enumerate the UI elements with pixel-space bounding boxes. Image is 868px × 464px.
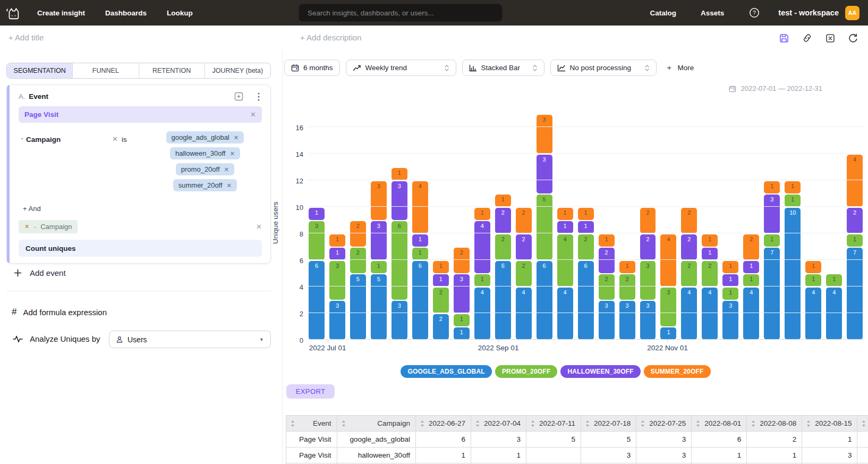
- bar-segment-summer_20off[interactable]: 1: [474, 208, 490, 220]
- bar-segment-promo_20off[interactable]: 2: [599, 274, 615, 300]
- bar-segment-google_ads_global[interactable]: 6: [537, 261, 552, 340]
- tab-segmentation[interactable]: SEGMENTATION: [7, 63, 72, 78]
- bar-segment-google_ads_global[interactable]: 4: [516, 288, 532, 340]
- bar-segment-summer_20off[interactable]: 2: [350, 221, 366, 247]
- filter-operator[interactable]: is: [122, 136, 127, 144]
- sort-icon[interactable]: [751, 420, 755, 427]
- bar-segment-google_ads_global[interactable]: 3: [329, 301, 345, 340]
- column-header-2022-08-01[interactable]: 2022-08-01: [692, 416, 747, 432]
- bar-segment-promo_20off[interactable]: 1: [805, 274, 821, 286]
- pending-filter-pill[interactable]: ✕ · Campaign: [19, 220, 78, 233]
- remove-pending-filter-icon[interactable]: ✕: [24, 223, 29, 230]
- export-button[interactable]: EXPORT: [286, 384, 335, 399]
- nav-item-create-insight[interactable]: Create insight: [37, 9, 85, 17]
- sort-icon[interactable]: [641, 420, 645, 427]
- bar-segment-summer_20off[interactable]: 1: [433, 261, 449, 273]
- bar-segment-google_ads_global[interactable]: 3: [640, 301, 656, 340]
- add-filter-icon[interactable]: [234, 92, 243, 101]
- bar-segment-google_ads_global[interactable]: 6: [412, 261, 428, 340]
- bar-segment-summer_20off[interactable]: 1: [599, 234, 615, 247]
- bar-segment-promo_20off[interactable]: 3: [309, 221, 325, 260]
- column-header-2022-08-22[interactable]: 2022-08-22: [857, 416, 868, 432]
- bar-segment-google_ads_global[interactable]: 4: [681, 288, 697, 340]
- legend-pill-promo_20off[interactable]: PROMO_20OFF: [495, 365, 558, 378]
- bar-segment-promo_20off[interactable]: 3: [329, 261, 345, 300]
- sort-icon[interactable]: [291, 420, 295, 427]
- bar-segment-halloween_30off[interactable]: 2: [847, 208, 863, 233]
- bar-segment-google_ads_global[interactable]: 3: [722, 301, 738, 340]
- bar-segment-summer_20off[interactable]: 4: [660, 234, 676, 286]
- bar-segment-summer_20off[interactable]: 1: [805, 261, 821, 273]
- bar-segment-promo_20off[interactable]: 2: [619, 274, 635, 300]
- bar-segment-google_ads_global[interactable]: 7: [764, 248, 780, 340]
- nav-item-lookup[interactable]: Lookup: [167, 9, 193, 17]
- remove-value-icon[interactable]: ✕: [227, 182, 232, 189]
- bar-segment-halloween_30off[interactable]: 3: [392, 181, 407, 220]
- bar-segment-summer_20off[interactable]: 1: [702, 234, 718, 247]
- post-processing-select[interactable]: No post processing: [550, 60, 657, 76]
- bar-segment-promo_20off[interactable]: 1: [847, 234, 863, 247]
- bar-segment-google_ads_global[interactable]: 7: [847, 248, 863, 340]
- kebab-menu-icon[interactable]: [256, 92, 262, 101]
- bar-segment-halloween_30off[interactable]: 3: [537, 155, 552, 193]
- column-header-2022-07-11[interactable]: 2022-07-11: [526, 416, 581, 432]
- bar-segment-promo_20off[interactable]: 4: [557, 234, 573, 286]
- bar-segment-promo_20off[interactable]: 3: [660, 288, 676, 326]
- legend-pill-halloween_30off[interactable]: HALLOWEEN_30OFF: [560, 365, 640, 378]
- bar-segment-google_ads_global[interactable]: 3: [599, 301, 615, 340]
- column-header-campaign[interactable]: Campaign: [337, 416, 415, 432]
- workspace-name[interactable]: test - workspace: [778, 9, 839, 17]
- filter-value-promo-20off[interactable]: promo_20off✕: [176, 163, 234, 175]
- bar-segment-halloween_30off[interactable]: 2: [640, 234, 656, 260]
- sort-icon[interactable]: [531, 420, 535, 427]
- legend-pill-google_ads_global[interactable]: GOOGLE_ADS_GLOBAL: [401, 365, 491, 378]
- bar-segment-google_ads_global[interactable]: 4: [826, 288, 842, 340]
- bar-segment-halloween_30off[interactable]: 3: [371, 221, 387, 260]
- bar-segment-halloween_30off[interactable]: 1: [722, 274, 738, 286]
- bar-segment-promo_20off[interactable]: 3: [640, 261, 656, 300]
- more-button[interactable]: ＋ More: [662, 63, 697, 73]
- bar-segment-summer_20off[interactable]: 1: [785, 181, 801, 193]
- sort-icon[interactable]: [862, 420, 866, 427]
- bar-segment-halloween_30off[interactable]: 3: [454, 274, 470, 313]
- bar-segment-google_ads_global[interactable]: 10: [785, 208, 801, 340]
- add-and-filter[interactable]: + And: [7, 203, 270, 213]
- bar-segment-promo_20off[interactable]: 1: [743, 274, 759, 286]
- tab-funnel[interactable]: FUNNEL: [72, 63, 138, 78]
- bar-segment-summer_20off[interactable]: 1: [557, 208, 573, 220]
- bar-segment-promo_20off[interactable]: 2: [433, 288, 449, 313]
- bar-segment-halloween_30off[interactable]: 2: [495, 208, 511, 233]
- trend-select[interactable]: Weekly trend: [346, 60, 456, 76]
- column-header-event[interactable]: Event: [286, 416, 337, 432]
- bar-segment-promo_20off[interactable]: 2: [516, 261, 532, 286]
- bar-segment-promo_20off[interactable]: 1: [371, 261, 387, 273]
- legend-pill-summer_20off[interactable]: SUMMER_20OFF: [644, 365, 711, 378]
- bar-segment-halloween_30off[interactable]: 1: [743, 261, 759, 273]
- filter-value-summer-20off[interactable]: summer_20off✕: [173, 179, 237, 191]
- bar-segment-summer_20off[interactable]: 1: [392, 168, 407, 180]
- bar-segment-google_ads_global[interactable]: 4: [805, 288, 821, 340]
- date-range-button[interactable]: 6 months: [284, 60, 340, 76]
- bar-segment-summer_20off[interactable]: 4: [847, 155, 863, 207]
- bar-segment-google_ads_global[interactable]: 1: [660, 327, 676, 340]
- save-icon[interactable]: [779, 33, 789, 44]
- remove-value-icon[interactable]: ✕: [229, 150, 235, 157]
- bar-segment-promo_20off[interactable]: 1: [722, 288, 738, 300]
- selected-event[interactable]: Page Visit ✕: [19, 106, 262, 123]
- column-header-2022-08-08[interactable]: 2022-08-08: [747, 416, 802, 432]
- refresh-icon[interactable]: [848, 33, 858, 44]
- bar-segment-halloween_30off[interactable]: 3: [764, 195, 780, 233]
- remove-value-icon[interactable]: ✕: [224, 166, 229, 173]
- bar-segment-google_ads_global[interactable]: 4: [702, 288, 718, 340]
- app-logo-cat-icon[interactable]: [5, 5, 21, 21]
- bar-segment-promo_20off[interactable]: 1: [826, 274, 842, 286]
- dismiss-pending-filter-icon[interactable]: ✕: [256, 223, 262, 231]
- bar-segment-google_ads_global[interactable]: 6: [495, 261, 511, 340]
- bar-segment-summer_20off[interactable]: 2: [640, 208, 656, 233]
- bar-segment-google_ads_global[interactable]: 4: [557, 288, 573, 340]
- bar-segment-summer_20off[interactable]: 2: [743, 234, 759, 260]
- bar-segment-promo_20off[interactable]: 2: [681, 261, 697, 286]
- bar-segment-summer_20off[interactable]: 1: [619, 261, 635, 273]
- add-formula-button[interactable]: # Add formula expression: [12, 307, 107, 317]
- add-event-button[interactable]: Add event: [14, 268, 66, 277]
